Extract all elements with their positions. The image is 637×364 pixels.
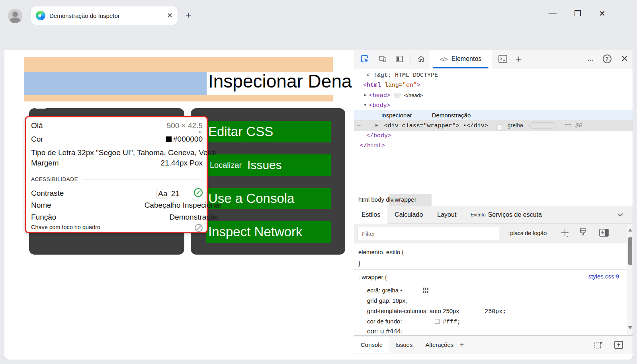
breadcrumb-bar: html body div.wrapper xyxy=(354,194,633,206)
dock-side-icon[interactable] xyxy=(395,55,404,63)
drawer-tab-issues[interactable]: Issues xyxy=(389,337,419,353)
maximize-button[interactable]: ❐ xyxy=(574,9,581,18)
element-dimensions: 500 × 42.5 xyxy=(167,121,203,130)
active-tab-underline xyxy=(433,67,488,68)
drawer-popout-icon[interactable] xyxy=(594,341,604,349)
devtools-more-icon[interactable]: … xyxy=(588,55,595,62)
tab-styles[interactable]: Estilos xyxy=(354,206,387,224)
grid-badge[interactable]: grelha xyxy=(508,120,523,131)
inspect-element-tool-icon[interactable] xyxy=(359,53,370,64)
window-close-button[interactable]: ✕ xyxy=(599,9,606,18)
css-prop-background[interactable]: cor de fundo: #fff; xyxy=(367,318,461,325)
home-icon[interactable] xyxy=(417,55,426,63)
adorner-dots-icon[interactable]: ·· xyxy=(496,125,502,130)
tab-computed[interactable]: Calculado xyxy=(387,206,430,224)
tooltip-color-row: Cor #000000 xyxy=(31,135,203,144)
element-style-rule[interactable]: elemento. estilo { xyxy=(358,249,404,255)
white-color-swatch[interactable] xyxy=(435,319,440,324)
inspect-tooltip: Olá 500 × 42.5 e, Cor #000000 Tipo de Le… xyxy=(25,116,208,233)
selected-div-node[interactable]: ⋯ ▶ <div class="wrapper"> •</div> ·· gre… xyxy=(354,120,633,131)
dimensions-note: e, xyxy=(199,130,202,134)
body-close-node[interactable]: </body> xyxy=(366,131,391,141)
color-value: #000000 xyxy=(173,135,203,143)
new-style-rule-icon[interactable] xyxy=(560,228,570,238)
content-area: Inspecionar Dena Editar CSS LocalizarIss… xyxy=(4,50,633,360)
expand-icon[interactable]: ▶ xyxy=(375,123,378,128)
css-prop-color[interactable]: cor: u #444; xyxy=(367,327,403,335)
computed-pane-toggle-icon[interactable] xyxy=(599,228,609,237)
breadcrumb[interactable]: html body div.wrapper xyxy=(358,196,416,203)
devtools-toolbar: </> Elementos + … ? ✕ xyxy=(354,50,633,68)
device-emulation-icon[interactable] xyxy=(378,55,387,63)
drawer-tab-changes[interactable]: Alterações xyxy=(419,337,460,353)
html-open-node[interactable]: <html lang="en"> xyxy=(363,80,420,90)
edge-favicon-icon xyxy=(36,11,45,20)
tooltip-name-row: Nome Cabeçalho Inspecionar xyxy=(31,201,203,210)
tab-title: Demonstração do Inspetor xyxy=(49,12,167,19)
console-tool-icon[interactable] xyxy=(498,55,508,63)
tooltip-element-row: Olá 500 × 42.5 xyxy=(31,121,203,130)
tab-elements[interactable]: </> Elementos xyxy=(430,50,492,68)
profile-avatar[interactable] xyxy=(8,9,22,23)
html-close-node[interactable]: </html> xyxy=(360,141,385,151)
scroll-up-icon[interactable] xyxy=(628,228,632,232)
tooltip-caret xyxy=(35,102,46,109)
new-tab-button[interactable]: + xyxy=(186,10,191,20)
tooltip-keyboard-row: Chave com foco no quadro xyxy=(31,224,203,230)
add-tab-icon[interactable]: + xyxy=(516,53,522,65)
head-node[interactable]: ▶<head> ⋯ </head> xyxy=(364,90,423,100)
color-swatch xyxy=(166,136,172,142)
grid-editor-icon[interactable] xyxy=(422,287,429,294)
drawer-more-tools-icon[interactable]: + xyxy=(460,337,470,353)
pseudo-state-toggle[interactable]: : placa de fogão xyxy=(507,230,547,236)
expand-icon[interactable]: ▶ xyxy=(364,93,367,97)
divider xyxy=(410,53,410,64)
edit-css-button[interactable]: Editar CSS xyxy=(206,121,331,142)
collapse-icon[interactable]: ▼ xyxy=(364,103,367,107)
styles-scrollbar[interactable] xyxy=(627,224,633,335)
devtools-panel: </> Elementos + … ? ✕ < !&gt; HTML DOCTY… xyxy=(354,50,633,360)
browser-tab[interactable]: Demonstração do Inspetor ✕ xyxy=(31,6,178,25)
use-console-button[interactable]: Use a Consola xyxy=(206,188,331,209)
element-style-close: } xyxy=(358,260,360,267)
body-open-node[interactable]: ▼<body> xyxy=(364,100,391,110)
help-icon[interactable]: ? xyxy=(603,55,612,63)
devtools-close-icon[interactable]: ✕ xyxy=(621,54,628,64)
window-controls: — ❐ ✕ xyxy=(549,9,606,18)
tab-layout[interactable]: Layout xyxy=(430,206,463,224)
css-prop-columns[interactable]: grid-template-columns: auto 250px 250px; xyxy=(367,308,506,315)
inspect-network-button[interactable]: Inspect Network xyxy=(206,221,331,243)
tab-strip: Demonstração do Inspetor ✕ + — ❐ ✕ xyxy=(0,0,637,25)
contrast-pass-icon: ✓ xyxy=(194,188,203,197)
accessible-name-value: Cabeçalho Inspecionar xyxy=(145,201,222,210)
page-header-blue-bar xyxy=(24,72,207,95)
find-issues-button[interactable]: LocalizarIssues xyxy=(206,154,331,176)
doctype-node[interactable]: < !&gt; HTML DOCTYPE xyxy=(366,70,438,80)
tab-close-icon[interactable]: ✕ xyxy=(167,12,173,19)
chevron-down-icon[interactable] xyxy=(617,213,623,217)
paintbrush-icon[interactable] xyxy=(578,228,588,238)
wrapper-selector[interactable]: . wrapper { xyxy=(358,274,387,280)
accessibility-section-header: ACESSIBILIDADE xyxy=(31,176,203,182)
drawer-tab-console[interactable]: Console xyxy=(354,337,389,353)
margin-value: 21,44px Pox xyxy=(160,159,203,167)
css-prop-gap[interactable]: grid-gap: 10px; xyxy=(367,297,407,304)
text-node[interactable]: inspecionarDemonstração xyxy=(354,110,633,120)
css-prop-display[interactable]: ecrã: grelha • xyxy=(367,287,429,294)
drawer-expand-icon[interactable] xyxy=(614,341,623,349)
node-menu-icon[interactable]: ⋯ xyxy=(357,123,361,129)
minimize-button[interactable]: — xyxy=(549,9,557,18)
tab-event-listeners[interactable]: EventoServiços de escuta xyxy=(463,206,549,224)
devtools-drawer: Console Issues Alterações + xyxy=(354,335,633,354)
tooltip-margin-row: Margem 21,44px Pox xyxy=(31,159,203,167)
web-page: Inspecionar Dena Editar CSS LocalizarIss… xyxy=(4,50,354,360)
scrollbar-thumb[interactable] xyxy=(628,237,632,265)
page-title: Inspecionar Dena xyxy=(208,70,352,92)
tooltip-contrast-row: Contraste Aa 21 ✓ xyxy=(31,189,203,198)
filter-input[interactable] xyxy=(358,227,499,240)
grid-badge-toggle[interactable] xyxy=(529,122,555,128)
stylesheet-link[interactable]: styles.css:9 xyxy=(588,273,619,280)
collapsed-content-icon[interactable]: ⋯ xyxy=(394,93,401,98)
styles-tab-bar: Estilos Calculado Layout EventoServiços … xyxy=(354,206,633,224)
scroll-down-icon[interactable] xyxy=(628,326,632,329)
